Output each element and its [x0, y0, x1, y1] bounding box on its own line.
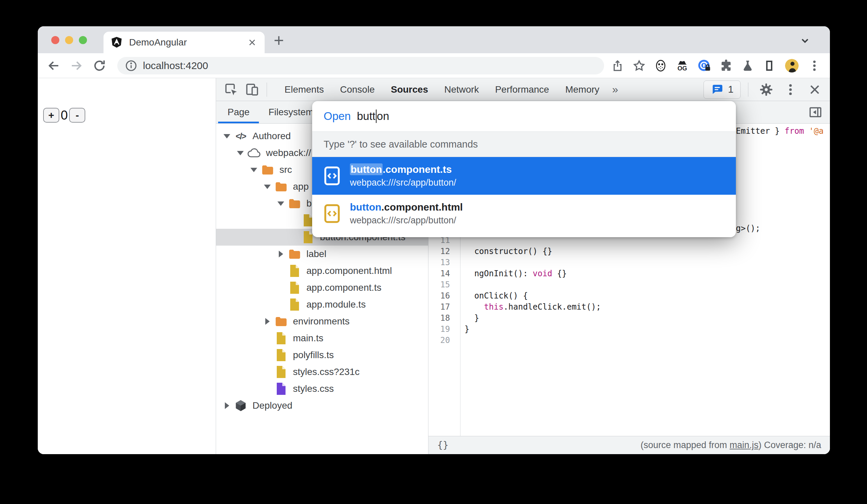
- tree-item-label: src: [279, 164, 292, 175]
- result-file-name: button.component.html: [350, 201, 463, 213]
- folder-icon: [287, 198, 302, 209]
- site-info-icon[interactable]: [125, 59, 138, 72]
- tree-item-app-component-ts[interactable]: app.component.ts: [216, 279, 428, 296]
- code-line-18: 18 }: [428, 312, 830, 324]
- tab-close-icon[interactable]: [247, 37, 257, 47]
- status-text-suffix: ) Coverage: n/a: [759, 440, 821, 450]
- devtools-tab-console[interactable]: Console: [332, 78, 383, 101]
- navigator-tab-page[interactable]: Page: [218, 101, 259, 123]
- quick-open-result-2[interactable]: button.component.htmlwebpack:///src/app/…: [312, 195, 736, 232]
- password-manager-extension-icon[interactable]: [697, 59, 711, 73]
- lab-flask-extension-icon[interactable]: [741, 59, 754, 73]
- devtools-tab-performance[interactable]: Performance: [487, 78, 557, 101]
- expander-open-icon[interactable]: [248, 168, 260, 172]
- toolbar-divider: [267, 83, 267, 97]
- quick-open-hint: Type '?' to see available commands: [312, 131, 736, 157]
- expander-open-icon[interactable]: [221, 134, 233, 139]
- devtools-tab-sources[interactable]: Sources: [383, 78, 436, 101]
- code-segment: }: [464, 325, 469, 334]
- line-number[interactable]: 14: [428, 269, 450, 278]
- inspect-element-icon[interactable]: [221, 83, 242, 97]
- profile-avatar[interactable]: [784, 58, 800, 74]
- tree-item-main-ts[interactable]: main.ts: [216, 330, 428, 347]
- expander-open-icon[interactable]: [261, 185, 274, 189]
- tree-item-label: environments: [293, 316, 350, 327]
- new-tab-button[interactable]: +: [274, 30, 284, 51]
- code-icon: </>: [233, 131, 248, 141]
- line-number[interactable]: 19: [428, 325, 450, 334]
- tree-item-deployed[interactable]: Deployed: [216, 397, 428, 414]
- tree-item-label: styles.css?231c: [293, 366, 360, 377]
- quick-open-result-1[interactable]: button.component.tswebpack:///src/app/bu…: [312, 157, 736, 195]
- more-tabs-button[interactable]: »: [608, 83, 623, 96]
- devtools-tab-memory[interactable]: Memory: [557, 78, 608, 101]
- line-number[interactable]: 18: [428, 313, 450, 323]
- code-segment: constructor() {}: [464, 246, 552, 256]
- mask-extension-icon[interactable]: [654, 59, 667, 73]
- tree-item-app-component-html[interactable]: app.component.html: [216, 262, 428, 279]
- devtools-close-icon[interactable]: [804, 83, 825, 97]
- increment-button[interactable]: +: [43, 108, 59, 123]
- address-bar[interactable]: localhost:4200: [117, 57, 604, 75]
- tree-item-label[interactable]: label: [216, 245, 428, 262]
- code-fragment-import: Emitter } from '@a: [736, 126, 824, 136]
- expander-closed-icon[interactable]: [261, 318, 274, 325]
- reload-icon[interactable]: [92, 59, 107, 73]
- devtools-tab-elements[interactable]: Elements: [276, 78, 332, 101]
- text-caret: [376, 109, 376, 123]
- tree-item-label: webpack://: [266, 147, 311, 158]
- result-match-highlight: button: [350, 163, 383, 175]
- minimize-window-button[interactable]: [65, 36, 73, 44]
- code-line-19: 19}: [428, 324, 830, 335]
- devtools-menu-kebab-icon[interactable]: [780, 83, 801, 97]
- tab-search-chevron-icon[interactable]: [798, 34, 812, 48]
- zoom-window-button[interactable]: [79, 36, 87, 44]
- forward-icon[interactable]: [69, 59, 84, 73]
- tree-item-polyfills-ts[interactable]: polyfills.ts: [216, 347, 428, 363]
- back-icon[interactable]: [46, 59, 61, 73]
- toggle-navigator-icon[interactable]: [809, 105, 823, 119]
- tree-item-environments[interactable]: environments: [216, 313, 428, 330]
- toolbar-divider: [748, 83, 748, 97]
- share-icon[interactable]: [611, 59, 624, 73]
- browser-menu-kebab-icon[interactable]: [808, 59, 821, 73]
- tree-item-app-module-ts[interactable]: app.module.ts: [216, 296, 428, 313]
- quick-open-input[interactable]: Open butt on: [312, 101, 736, 131]
- line-number[interactable]: 15: [428, 280, 450, 289]
- line-number[interactable]: 20: [428, 336, 450, 345]
- tab-title: DemoAngular: [129, 37, 247, 48]
- decrement-button[interactable]: -: [69, 108, 85, 123]
- tree-item-styles-css-231c[interactable]: styles.css?231c: [216, 363, 428, 380]
- browser-tab[interactable]: DemoAngular: [104, 32, 265, 53]
- traffic-lights: [51, 36, 87, 44]
- tree-item-styles-css[interactable]: styles.css: [216, 380, 428, 397]
- status-text-prefix: (source mapped from: [641, 440, 729, 450]
- code-line-16: 16 onClick() {: [428, 290, 830, 301]
- line-number[interactable]: 16: [428, 291, 450, 300]
- expander-closed-icon[interactable]: [221, 402, 233, 409]
- expander-open-icon[interactable]: [275, 201, 287, 206]
- code-segment: from: [785, 126, 804, 136]
- expander-closed-icon[interactable]: [275, 251, 287, 258]
- bookmark-star-icon[interactable]: [632, 59, 646, 73]
- code-segment: ngOnInit():: [464, 269, 533, 278]
- og-extension-icon[interactable]: OG: [675, 59, 689, 73]
- settings-gear-icon[interactable]: [756, 83, 777, 97]
- main-js-link[interactable]: main.js: [729, 440, 759, 450]
- line-number[interactable]: 13: [428, 258, 450, 267]
- devtools-tab-network[interactable]: Network: [436, 78, 487, 101]
- tree-item-label: label: [307, 249, 326, 260]
- line-number[interactable]: 17: [428, 302, 450, 311]
- result-name-rest: .component.html: [381, 201, 463, 212]
- tree-item-label: app.component.html: [307, 265, 392, 276]
- query-after-caret: on: [377, 110, 389, 123]
- close-window-button[interactable]: [51, 36, 59, 44]
- expander-open-icon[interactable]: [234, 151, 246, 155]
- device-toolbar-icon[interactable]: [242, 83, 263, 97]
- pretty-print-icon[interactable]: {}: [437, 440, 449, 451]
- folder-icon: [274, 316, 289, 327]
- frame-extension-icon[interactable]: [762, 59, 776, 73]
- extensions-puzzle-icon[interactable]: [719, 59, 733, 73]
- issues-button[interactable]: 1: [704, 80, 741, 99]
- line-number[interactable]: 12: [428, 246, 450, 256]
